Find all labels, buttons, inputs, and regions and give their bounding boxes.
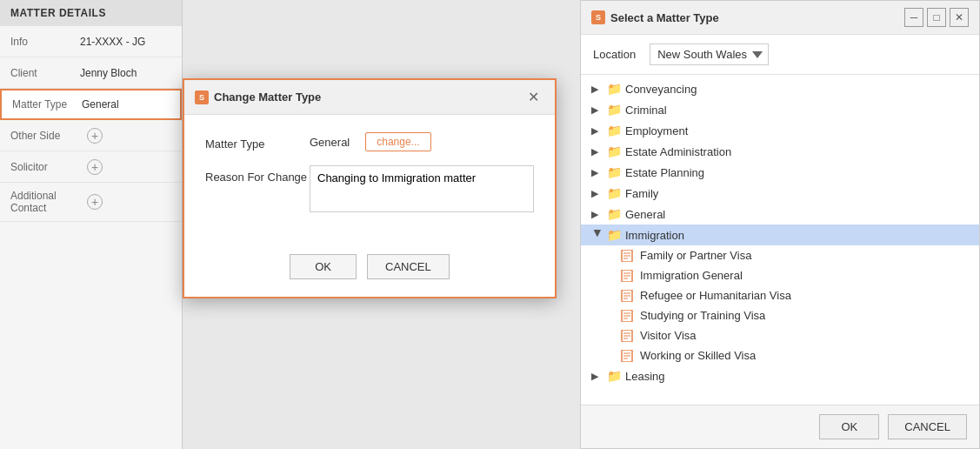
reason-textarea[interactable]: Changing to Immigration matter [310, 165, 534, 212]
family-label: Family [625, 187, 658, 200]
panel-ok-button[interactable]: OK [819, 414, 879, 439]
general-arrow: ▶ [591, 209, 603, 220]
solicitor-label: Solicitor [10, 161, 80, 173]
estate-planning-label: Estate Planning [625, 166, 704, 179]
doc-icon-refugee [621, 290, 635, 302]
panel-footer: OK CANCEL [581, 405, 979, 448]
maximize-button[interactable]: □ [927, 8, 946, 27]
estate-admin-folder-icon: 📁 [607, 144, 622, 158]
matter-type-row-content: General change... [310, 132, 534, 151]
employment-arrow: ▶ [591, 125, 603, 137]
matter-details-header: MATTER DETAILS [0, 0, 182, 26]
immigration-general-label: Immigration General [640, 269, 743, 282]
tree-item-family-partner-visa[interactable]: Family or Partner Visa [581, 245, 979, 265]
tree-item-immigration[interactable]: ▶ 📁 Immigration [581, 224, 979, 245]
dialog-titlebar-left: S Change Matter Type [195, 90, 321, 104]
client-label: Client [10, 67, 80, 79]
family-arrow: ▶ [591, 188, 603, 199]
tree-item-immigration-general[interactable]: Immigration General [581, 265, 979, 285]
additional-contact-add-button[interactable]: + [87, 194, 103, 210]
info-field: Info 21-XXXX - JG [0, 26, 182, 57]
location-select[interactable]: New South Wales Victoria Queensland West… [650, 44, 769, 65]
family-folder-icon: 📁 [607, 186, 622, 200]
solicitor-field: Solicitor + [0, 151, 182, 183]
estate-planning-folder-icon: 📁 [607, 165, 622, 179]
leasing-folder-icon: 📁 [607, 369, 622, 383]
visitor-visa-label: Visitor Visa [640, 329, 697, 342]
matter-type-value: General [82, 98, 119, 111]
conveyancing-arrow: ▶ [591, 84, 603, 95]
doc-icon-visitor [621, 330, 635, 342]
doc-icon-family-partner [621, 250, 635, 262]
additional-contact-label: Additional Contact [10, 190, 80, 214]
immigration-arrow: ▶ [592, 229, 603, 241]
general-label: General [625, 208, 665, 221]
sw-logo-icon: S [195, 90, 209, 104]
estate-admin-label: Estate Administration [625, 145, 731, 158]
doc-icon-immigration-general [621, 270, 635, 282]
info-value: 21-XXXX - JG [80, 36, 145, 48]
matter-type-tree: ▶ 📁 Conveyancing ▶ 📁 Criminal ▶ 📁 Employ… [581, 75, 979, 405]
studying-visa-label: Studying or Training Visa [640, 309, 765, 322]
criminal-arrow: ▶ [591, 104, 603, 116]
tree-item-estate-planning[interactable]: ▶ 📁 Estate Planning [581, 162, 979, 183]
location-row: Location New South Wales Victoria Queens… [581, 35, 979, 75]
doc-icon-working [621, 350, 635, 362]
matter-type-display-value: General [310, 136, 350, 149]
tree-item-leasing[interactable]: ▶ 📁 Leasing [581, 365, 979, 386]
reason-row-content: Changing to Immigration matter [310, 165, 534, 212]
estate-planning-arrow: ▶ [591, 167, 603, 178]
dialog-cancel-button[interactable]: CANCEL [367, 254, 450, 279]
dialog-titlebar: S Change Matter Type ✕ [184, 80, 555, 115]
change-matter-type-dialog: S Change Matter Type ✕ Matter Type Gener… [183, 78, 557, 298]
tree-item-employment[interactable]: ▶ 📁 Employment [581, 120, 979, 141]
panel-titlebar-left: S Select a Matter Type [591, 10, 719, 24]
tree-item-conveyancing[interactable]: ▶ 📁 Conveyancing [581, 78, 979, 99]
leasing-arrow: ▶ [591, 371, 603, 382]
change-matter-type-button[interactable]: change... [365, 132, 430, 151]
dialog-ok-button[interactable]: OK [290, 254, 357, 279]
additional-contact-field: Additional Contact + [0, 183, 182, 222]
tree-item-studying-visa[interactable]: Studying or Training Visa [581, 305, 979, 325]
immigration-folder-icon: 📁 [607, 228, 622, 242]
working-visa-label: Working or Skilled Visa [640, 349, 756, 362]
tree-item-working-visa[interactable]: Working or Skilled Visa [581, 345, 979, 365]
tree-item-criminal[interactable]: ▶ 📁 Criminal [581, 99, 979, 120]
leasing-label: Leasing [625, 370, 665, 383]
tree-item-family[interactable]: ▶ 📁 Family [581, 183, 979, 204]
tree-item-visitor-visa[interactable]: Visitor Visa [581, 325, 979, 345]
general-folder-icon: 📁 [607, 207, 622, 221]
matter-type-row: Matter Type General change... [205, 132, 534, 151]
tree-item-estate-admin[interactable]: ▶ 📁 Estate Administration [581, 141, 979, 162]
other-side-add-button[interactable]: + [87, 128, 103, 144]
matter-type-field: Matter Type General [0, 89, 182, 120]
matter-details-panel: MATTER DETAILS Info 21-XXXX - JG Client … [0, 0, 183, 449]
solicitor-add-button[interactable]: + [87, 159, 103, 175]
immigration-label: Immigration [625, 229, 684, 242]
window-controls: ─ □ ✕ [904, 8, 969, 27]
other-side-label: Other Side [10, 130, 80, 142]
matter-type-label: Matter Type [12, 98, 82, 111]
close-button[interactable]: ✕ [950, 8, 969, 27]
dialog-buttons: OK CANCEL [184, 244, 555, 297]
reason-label: Reason For Change [205, 165, 310, 184]
family-partner-visa-label: Family or Partner Visa [640, 249, 751, 262]
conveyancing-label: Conveyancing [625, 83, 697, 96]
other-side-field: Other Side + [0, 120, 182, 151]
select-matter-type-panel: S Select a Matter Type ─ □ ✕ Location Ne… [580, 0, 980, 449]
dialog-content: Matter Type General change... Reason For… [184, 115, 555, 244]
client-value: Jenny Bloch [80, 67, 137, 79]
employment-label: Employment [625, 124, 688, 137]
tree-item-refugee-visa[interactable]: Refugee or Humanitarian Visa [581, 285, 979, 305]
refugee-visa-label: Refugee or Humanitarian Visa [640, 289, 791, 302]
conveyancing-folder-icon: 📁 [607, 82, 622, 96]
dialog-close-button[interactable]: ✕ [523, 87, 544, 107]
panel-title: Select a Matter Type [610, 11, 719, 24]
matter-type-field-label: Matter Type [205, 132, 310, 151]
panel-cancel-button[interactable]: CANCEL [888, 414, 967, 439]
tree-item-general[interactable]: ▶ 📁 General [581, 204, 979, 224]
minimize-button[interactable]: ─ [904, 8, 923, 27]
doc-icon-studying [621, 310, 635, 322]
criminal-label: Criminal [625, 104, 667, 117]
client-field: Client Jenny Bloch [0, 57, 182, 89]
